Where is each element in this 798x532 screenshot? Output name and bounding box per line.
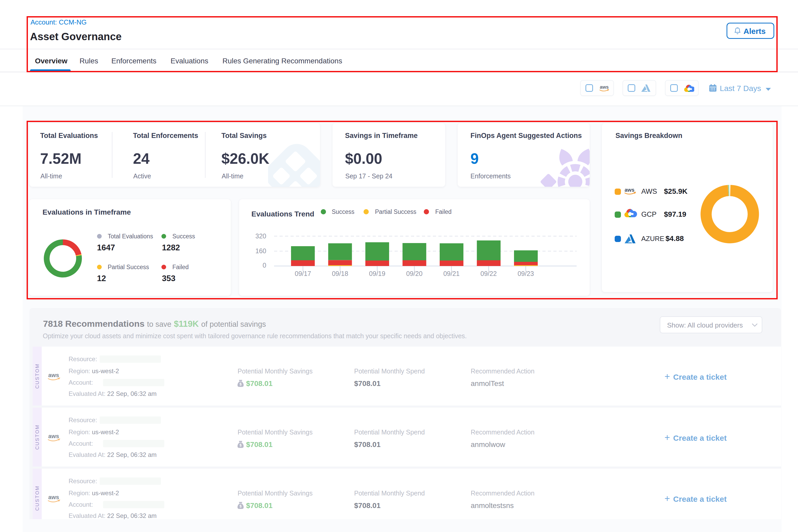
svg-text:aws: aws <box>600 84 609 90</box>
svg-text:aws: aws <box>48 372 59 378</box>
svg-text:aws: aws <box>48 494 59 500</box>
svg-text:aws: aws <box>48 433 59 439</box>
svg-text:$: $ <box>240 443 242 447</box>
svg-text:$: $ <box>240 504 242 508</box>
svg-text:$: $ <box>240 382 242 386</box>
